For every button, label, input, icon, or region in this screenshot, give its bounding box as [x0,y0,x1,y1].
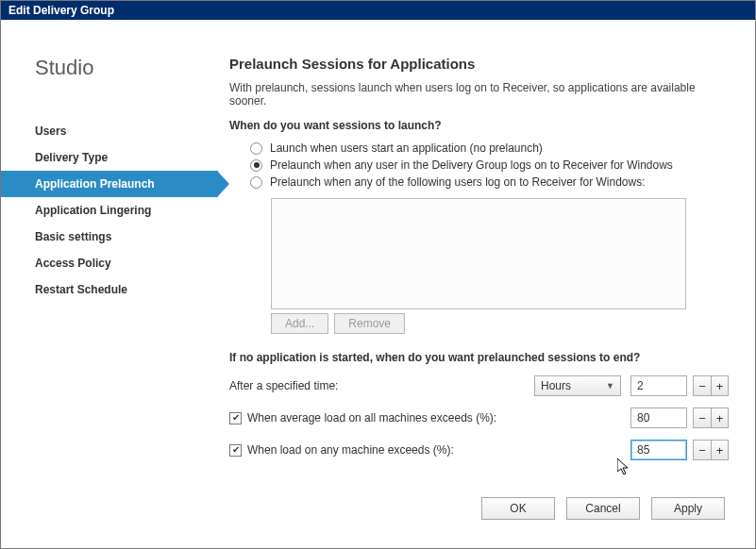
sidebar-item-application-prelaunch[interactable]: Application Prelaunch [1,171,218,197]
any-load-label: When load on any machine exceeds (%): [247,443,454,457]
avg-load-row: When average load on all machines exceed… [229,408,729,428]
decrement-button[interactable]: − [694,376,711,395]
chevron-down-icon: ▼ [606,381,614,391]
time-stepper: − + [693,375,729,396]
avg-load-input[interactable]: 80 [630,408,687,428]
apply-button[interactable]: Apply [651,497,725,520]
radio-icon [250,159,262,172]
edit-delivery-group-dialog: Edit Delivery Group Studio Users Deliver… [0,0,756,549]
avg-load-stepper: − + [693,408,729,428]
any-load-row: When load on any machine exceeds (%): 85… [229,440,729,460]
sidebar-item-users[interactable]: Users [1,118,218,144]
page-heading: Prelaunch Sessions for Applications [229,56,729,72]
studio-heading: Studio [1,39,218,118]
sidebar-item-restart-schedule[interactable]: Restart Schedule [1,276,218,303]
any-load-stepper: − + [693,440,729,460]
window-title: Edit Delivery Group [8,4,114,17]
any-load-input[interactable]: 85 [630,440,687,460]
main-panel: Prelaunch Sessions for Applications With… [218,20,755,548]
after-time-row: After a specified time: Hours ▼ 2 − + [229,375,729,396]
avg-load-checkbox[interactable] [229,412,242,424]
radio-specific-users[interactable]: Prelaunch when any of the following user… [250,175,729,189]
user-list-buttons: Add... Remove [271,313,729,334]
any-load-checkbox[interactable] [229,444,242,457]
dialog-body: Studio Users Delivery Type Application P… [1,20,755,548]
sidebar: Studio Users Delivery Type Application P… [1,20,218,548]
radio-no-prelaunch[interactable]: Launch when users start an application (… [250,141,729,155]
time-value-input[interactable]: 2 [630,375,687,396]
dialog-button-bar: OK Cancel Apply [229,482,729,539]
titlebar: Edit Delivery Group [1,1,755,20]
increment-button[interactable]: + [711,408,728,427]
cancel-button[interactable]: Cancel [566,497,640,520]
remove-user-button[interactable]: Remove [334,313,405,334]
avg-load-label: When average load on all machines exceed… [247,411,496,424]
decrement-button[interactable]: − [694,408,711,427]
sidebar-item-delivery-type[interactable]: Delivery Type [1,144,218,171]
sidebar-item-basic-settings[interactable]: Basic settings [1,224,218,250]
after-time-label: After a specified time: [229,379,534,392]
radio-any-user[interactable]: Prelaunch when any user in the Delivery … [250,158,729,172]
launch-question: When do you want sessions to launch? [229,119,729,132]
ok-button[interactable]: OK [481,497,555,520]
sidebar-item-application-lingering[interactable]: Application Lingering [1,197,218,224]
increment-button[interactable]: + [711,376,728,395]
radio-icon [250,176,262,189]
decrement-button[interactable]: − [694,441,711,459]
radio-icon [250,142,262,155]
add-user-button[interactable]: Add... [271,313,328,334]
end-question: If no application is started, when do yo… [229,351,729,364]
intro-text: With prelaunch, sessions launch when use… [229,81,729,108]
user-list[interactable] [271,198,686,309]
launch-radio-group: Launch when users start an application (… [229,138,729,192]
sidebar-item-access-policy[interactable]: Access Policy [1,250,218,276]
increment-button[interactable]: + [711,441,728,459]
time-unit-select[interactable]: Hours ▼ [534,375,621,396]
